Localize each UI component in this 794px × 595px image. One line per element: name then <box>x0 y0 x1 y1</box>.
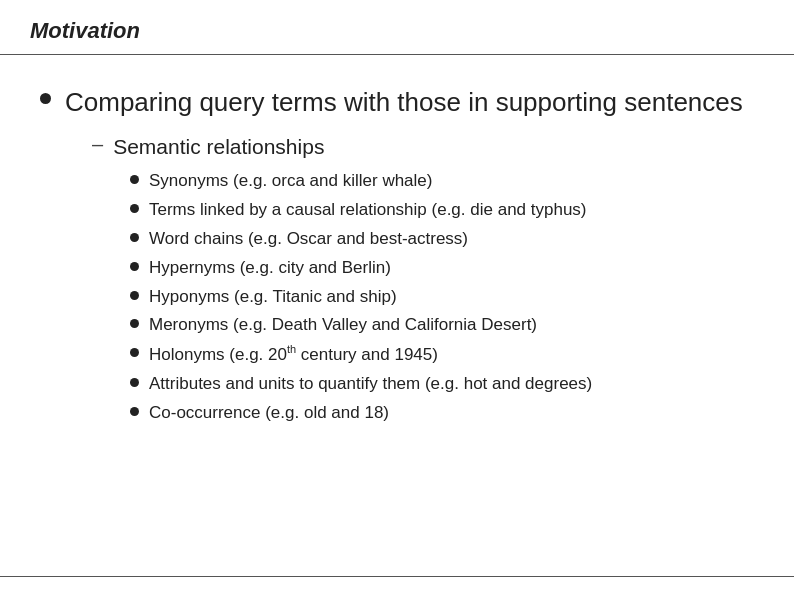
slide-container: Motivation Comparing query terms with th… <box>0 0 794 595</box>
item-text: Co-occurrence (e.g. old and 18) <box>149 401 389 425</box>
bullet-sm-icon <box>130 175 139 184</box>
header: Motivation <box>0 0 794 55</box>
bullet-sm-icon <box>130 407 139 416</box>
slide-title: Motivation <box>30 18 140 44</box>
item-text: Hypernyms (e.g. city and Berlin) <box>149 256 391 280</box>
level2-item: – Semantic relationships <box>92 132 754 161</box>
level3-list: Synonyms (e.g. orca and killer whale) Te… <box>130 169 754 424</box>
bullet-sm-icon <box>130 291 139 300</box>
bullet-icon <box>40 93 51 104</box>
item-text: Word chains (e.g. Oscar and best-actress… <box>149 227 468 251</box>
list-item: Attributes and units to quantify them (e… <box>130 372 754 396</box>
item-text: Terms linked by a causal relationship (e… <box>149 198 587 222</box>
bullet-sm-icon <box>130 378 139 387</box>
list-item: Holonyms (e.g. 20th century and 1945) <box>130 342 754 366</box>
list-item: Hyponyms (e.g. Titanic and ship) <box>130 285 754 309</box>
bullet-sm-icon <box>130 348 139 357</box>
footer-divider <box>0 576 794 578</box>
bullet-sm-icon <box>130 319 139 328</box>
level1-item: Comparing query terms with those in supp… <box>40 85 754 120</box>
bullet-sm-icon <box>130 233 139 242</box>
main-content: Comparing query terms with those in supp… <box>0 55 794 449</box>
bullet-sm-icon <box>130 262 139 271</box>
level2-text: Semantic relationships <box>113 132 324 161</box>
dash-icon: – <box>92 133 103 156</box>
item-text: Hyponyms (e.g. Titanic and ship) <box>149 285 397 309</box>
list-item: Co-occurrence (e.g. old and 18) <box>130 401 754 425</box>
item-text: Meronyms (e.g. Death Valley and Californ… <box>149 313 537 337</box>
level1-text: Comparing query terms with those in supp… <box>65 85 743 120</box>
item-text: Holonyms (e.g. 20th century and 1945) <box>149 342 438 366</box>
bullet-sm-icon <box>130 204 139 213</box>
list-item: Hypernyms (e.g. city and Berlin) <box>130 256 754 280</box>
list-item: Terms linked by a causal relationship (e… <box>130 198 754 222</box>
item-text: Attributes and units to quantify them (e… <box>149 372 592 396</box>
list-item: Synonyms (e.g. orca and killer whale) <box>130 169 754 193</box>
list-item: Word chains (e.g. Oscar and best-actress… <box>130 227 754 251</box>
list-item: Meronyms (e.g. Death Valley and Californ… <box>130 313 754 337</box>
item-text: Synonyms (e.g. orca and killer whale) <box>149 169 432 193</box>
